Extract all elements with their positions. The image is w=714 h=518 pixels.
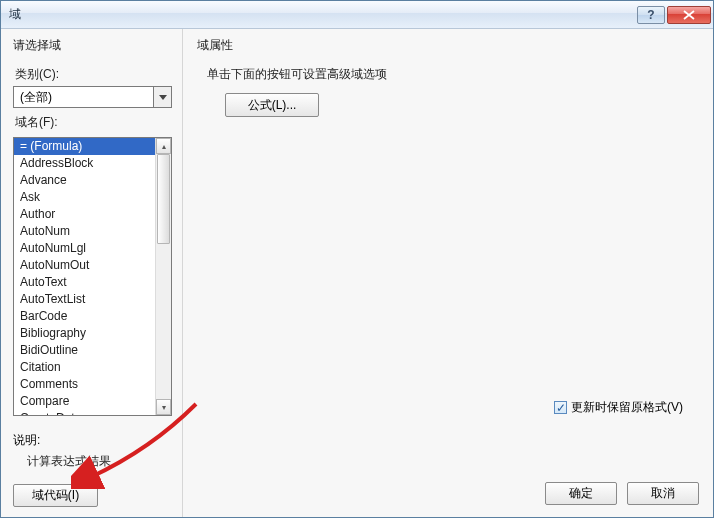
formula-button[interactable]: 公式(L)... <box>225 93 319 117</box>
list-item[interactable]: Bibliography <box>14 325 155 342</box>
list-item[interactable]: BidiOutline <box>14 342 155 359</box>
category-select[interactable]: (全部) <box>13 86 172 108</box>
help-button[interactable]: ? <box>637 6 665 24</box>
preserve-format-option[interactable]: ✓ 更新时保留原格式(V) <box>554 399 683 416</box>
scrollbar[interactable]: ▴ ▾ <box>155 138 171 415</box>
scroll-thumb[interactable] <box>157 154 170 244</box>
preserve-format-label: 更新时保留原格式(V) <box>571 399 683 416</box>
list-item[interactable]: Citation <box>14 359 155 376</box>
formula-button-label: 公式(L)... <box>248 97 297 114</box>
cancel-label: 取消 <box>651 485 675 502</box>
scroll-up-button[interactable]: ▴ <box>156 138 171 154</box>
list-item[interactable]: Compare <box>14 393 155 410</box>
list-item[interactable]: AutoTextList <box>14 291 155 308</box>
dropdown-button[interactable] <box>153 87 171 107</box>
right-panel: 域属性 单击下面的按钮可设置高级域选项 公式(L)... ✓ 更新时保留原格式(… <box>183 29 713 517</box>
cancel-button[interactable]: 取消 <box>627 482 699 505</box>
field-dialog-window: 域 ? 请选择域 类别(C): (全部) 域名(F): = (Formula)A… <box>0 0 714 518</box>
description-label: 说明: <box>13 432 172 449</box>
list-item[interactable]: = (Formula) <box>14 138 155 155</box>
close-button[interactable] <box>667 6 711 24</box>
titlebar: 域 ? <box>1 1 713 29</box>
left-panel: 请选择域 类别(C): (全部) 域名(F): = (Formula)Addre… <box>1 29 183 517</box>
ok-button[interactable]: 确定 <box>545 482 617 505</box>
field-codes-label: 域代码(I) <box>32 487 79 504</box>
list-item[interactable]: AutoText <box>14 274 155 291</box>
list-item[interactable]: BarCode <box>14 308 155 325</box>
list-item[interactable]: AutoNum <box>14 223 155 240</box>
select-field-heading: 请选择域 <box>13 37 172 54</box>
list-item[interactable]: Advance <box>14 172 155 189</box>
category-value: (全部) <box>14 87 153 107</box>
check-icon: ✓ <box>556 402 566 414</box>
description-text: 计算表达式结果 <box>13 449 172 470</box>
field-properties-heading: 域属性 <box>197 37 699 54</box>
close-icon <box>683 10 695 20</box>
field-codes-button[interactable]: 域代码(I) <box>13 484 98 507</box>
list-item[interactable]: AutoNumLgl <box>14 240 155 257</box>
help-icon: ? <box>647 8 654 22</box>
preserve-format-checkbox[interactable]: ✓ <box>554 401 567 414</box>
list-item[interactable]: CreateDate <box>14 410 155 415</box>
fieldname-listbox[interactable]: = (Formula)AddressBlockAdvanceAskAuthorA… <box>13 137 172 416</box>
chevron-down-icon: ▾ <box>162 403 166 412</box>
list-item[interactable]: AutoNumOut <box>14 257 155 274</box>
window-title: 域 <box>9 6 635 23</box>
fieldname-label: 域名(F): <box>15 114 172 131</box>
chevron-up-icon: ▴ <box>162 142 166 151</box>
list-item[interactable]: AddressBlock <box>14 155 155 172</box>
list-item[interactable]: Ask <box>14 189 155 206</box>
ok-label: 确定 <box>569 485 593 502</box>
scroll-down-button[interactable]: ▾ <box>156 399 171 415</box>
chevron-down-icon <box>159 95 167 100</box>
list-item[interactable]: Comments <box>14 376 155 393</box>
list-item[interactable]: Author <box>14 206 155 223</box>
category-label: 类别(C): <box>15 66 172 83</box>
field-properties-hint: 单击下面的按钮可设置高级域选项 <box>207 66 699 83</box>
